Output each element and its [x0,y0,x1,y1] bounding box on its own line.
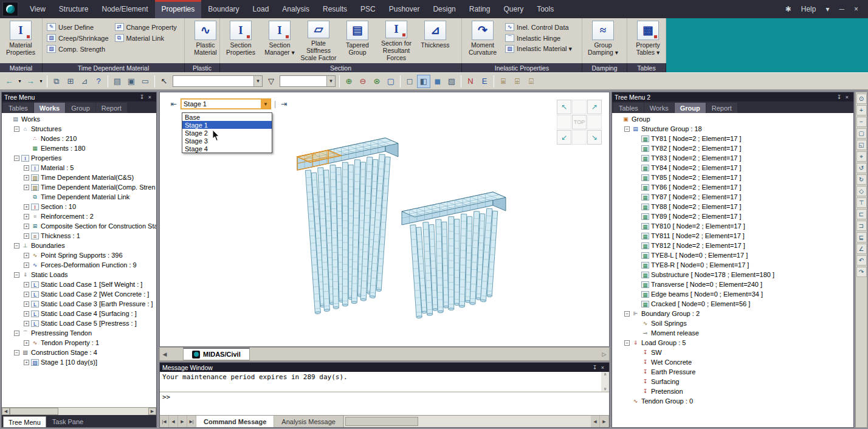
ribbon-section-for-resultant-forces-button[interactable]: ISection for Resultant Forces [377,20,416,61]
expand-icon[interactable]: + [24,233,29,239]
rotate-down-right-icon[interactable]: ↘ [587,130,602,145]
menu-psc[interactable]: PSC [354,0,382,18]
bottom-tab-tree-menu[interactable]: Tree Menu [3,416,46,427]
pan-down-icon[interactable] [572,130,587,145]
stage-option-stage-3[interactable]: Stage 3 [182,137,272,145]
tree-item-tendon-group-0[interactable]: ∿Tendon Group : 0 [612,396,853,406]
tree-item-composite-section-for-construction-sta[interactable]: +⊞Composite Section for Construction Sta [2,221,156,231]
collapse-icon[interactable]: − [14,243,19,249]
rotate-down-left-icon[interactable]: ↙ [557,130,571,145]
ribbon-creep-shrinkage-button[interactable]: ▧Creep/Shrinkage [47,34,109,42]
tree-item-ty82-node-2-element-17[interactable]: ▦TY82 [ Node=2 ; Element=17 ] [612,143,853,153]
pin-icon[interactable]: ↧ [138,94,146,100]
scrollbar-track[interactable] [10,408,148,415]
query-icon[interactable]: ? [92,75,105,88]
message-scrollbar[interactable]: ∧∨ [601,372,609,391]
shading-icon[interactable]: ◼ [431,75,444,88]
menu-pushover[interactable]: Pushover [382,0,427,18]
right-view-icon[interactable]: ⊐ [856,221,867,231]
top-view-label[interactable]: TOP [572,115,587,129]
scroll-right-icon[interactable]: ▶ [600,416,609,427]
command-prompt[interactable]: >> [160,393,609,415]
tab-report[interactable]: Report [706,103,737,113]
message-hscroll-track[interactable] [343,416,591,427]
ribbon-plate-stiffness-scale-factor-button[interactable]: ▱Plate Stiffness Scale Factor [299,20,338,61]
expand-icon[interactable]: + [24,185,29,190]
ribbon-plastic-material-button[interactable]: ∿Plastic Material [186,20,225,61]
chevron-down-icon[interactable]: ▼ [253,76,262,86]
tab-scroll-left-icon[interactable]: ◀ [160,348,170,360]
tree-item-load-group-5[interactable]: −⇓Load Group : 5 [612,338,853,348]
tab-report[interactable]: Report [96,103,127,113]
zoom-fit-icon[interactable]: ▢ [384,75,398,88]
wireframe-icon[interactable]: ◻ [403,75,416,88]
tree-item-construction-stage-4[interactable]: −▧Construction Stage : 4 [2,348,156,357]
deactivate-icon[interactable]: ⊖ [356,75,370,88]
selection-type-combo[interactable]: ▼ [280,75,336,87]
tree-item-forces-deformation-function-9[interactable]: +∿Forces-Deformation Function : 9 [2,260,156,270]
tree-item-reinforcement-2[interactable]: +⌗Reinforcement : 2 [2,211,156,221]
ribbon-property-tables-button[interactable]: ▦Property Tables ▾ [629,20,667,61]
rotate-up-left-icon[interactable]: ↖ [557,100,571,114]
tree-item-wet-concrete[interactable]: ↧Wet Concrete [612,357,853,367]
activate-icon[interactable]: ⊕ [342,75,356,88]
next-view-menu-icon[interactable]: ▾ [38,75,44,88]
tab-works[interactable]: Works [34,103,65,113]
ribbon-comp-strength-button[interactable]: ▧Comp. Strength [47,45,109,53]
model-viewport[interactable]: ⇤ Stage 1 ▼ | ⇥ BaseStage 1Stage 2Stage … [159,92,610,347]
tab-works[interactable]: Works [644,103,674,113]
tree-item-substructure-node-178-element-180[interactable]: ▦Substructure [ Node=178 ; Element=180 ] [612,270,853,280]
tree-item-static-loads[interactable]: −⇓Static Loads [2,270,156,280]
iso-view-icon[interactable]: ◇ [856,186,867,196]
tree-item-pretension[interactable]: ↧Pretension [612,386,853,396]
expand-icon[interactable]: + [24,292,29,297]
tab-midas-civil[interactable]: MIDAS/Civil [183,348,250,360]
tree-item-structures[interactable]: −⌂Structures [2,124,156,134]
zoom-out-icon[interactable]: − [856,117,867,127]
left-horizontal-scrollbar[interactable]: ◀ ▶ [2,407,156,415]
tab-tables[interactable]: Tables [613,103,644,113]
copy-icon[interactable]: ⧉ [50,75,63,88]
grid-icon[interactable]: ⊞ [64,75,77,88]
expand-icon[interactable]: + [24,360,29,365]
ribbon-thickness-button[interactable]: ⊿Thickness [416,20,455,61]
lock-view-icon[interactable]: ⌹ [511,75,524,88]
message-tab-command-message[interactable]: Command Message [196,416,274,427]
message-window-icon[interactable]: ▭ [139,75,152,88]
menu-query[interactable]: Query [497,0,530,18]
previous-zoom-icon[interactable]: ↶ [856,255,867,266]
collapse-icon[interactable]: − [14,350,19,355]
select-arrow-icon[interactable]: ↖ [157,75,171,88]
tree-item-works[interactable]: ▤Works [2,114,156,124]
settings-gear-icon[interactable]: ✱ [782,4,795,15]
menu-tools[interactable]: Tools [530,0,560,18]
scroll-up-icon[interactable]: ∧ [601,372,609,377]
stage-option-base[interactable]: Base [182,113,272,121]
construction-stage-next-icon[interactable]: ⇥ [279,99,289,109]
menu-rating[interactable]: Rating [463,0,497,18]
pin-icon[interactable]: ↧ [835,94,843,100]
tree-item-time-dependent-material-c-s[interactable]: +▥Time Dependent Material(C&S) [2,173,156,182]
collapse-icon[interactable]: − [14,272,19,278]
pan-up-icon[interactable] [572,100,587,114]
chevron-down-icon[interactable]: ▼ [326,76,335,86]
tree-item-properties[interactable]: −IProperties [2,153,156,163]
ribbon-change-property-button[interactable]: ⇄Change Property [115,23,177,31]
ribbon-inel-control-data-button[interactable]: ∿Inel. Control Data [505,23,572,31]
pan-icon[interactable]: ⌖ [856,151,867,162]
scroll-left-icon[interactable]: ◀ [591,416,600,427]
collapse-icon[interactable]: − [14,156,19,161]
stage-option-stage-1[interactable]: Stage 1 [182,121,272,129]
previous-view-menu-icon[interactable]: ▾ [16,75,23,88]
stage-option-stage-2[interactable]: Stage 2 [182,129,272,137]
message-tab-analysis-message[interactable]: Analysis Message [274,416,343,427]
tree-item-section-10[interactable]: +ISection : 10 [2,202,156,211]
activate-all-icon[interactable]: ⊛ [370,75,384,88]
menu-analysis[interactable]: Analysis [275,0,316,18]
named-selection-combo[interactable]: ▼ [173,75,263,87]
expand-icon[interactable]: + [24,282,29,287]
tree-item-transverse-node-0-element-240[interactable]: ▦Transverse [ Node=0 ; Element=240 ] [612,280,853,289]
stage-combobox[interactable]: Stage 1 ▼ [181,98,271,109]
ribbon-user-define-button[interactable]: ✎User Define [47,23,109,31]
scrollbar-thumb[interactable] [10,408,58,415]
